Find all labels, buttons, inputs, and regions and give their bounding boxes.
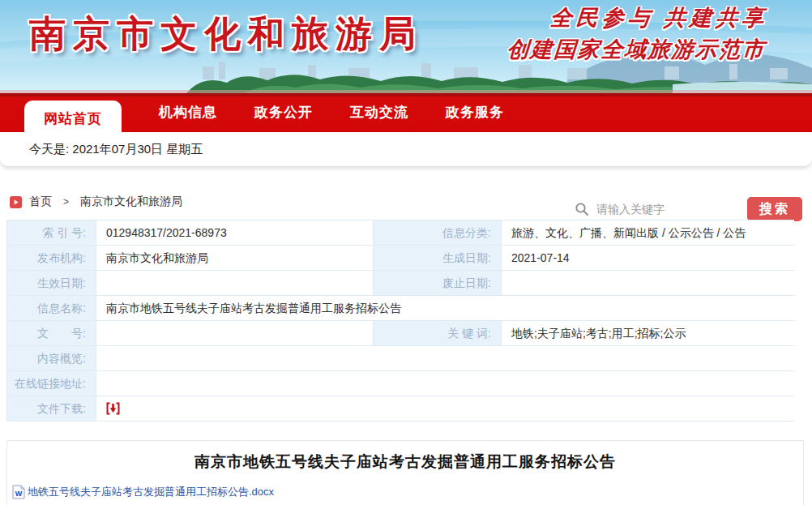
- search-button[interactable]: 搜索: [747, 197, 802, 221]
- nav-tab-gov-services[interactable]: 政务服务: [446, 93, 504, 132]
- document-meta-table: 索 引 号: 012948317/2021-68973 信息分类: 旅游、文化、…: [6, 220, 794, 422]
- article-title: 南京市地铁五号线夫子庙站考古发掘普通用工服务招标公告: [7, 452, 803, 473]
- nav-tab-interaction[interactable]: 互动交流: [350, 93, 408, 132]
- file-download-cell: [96, 396, 794, 421]
- slogan-line-1: 全民参与 共建共享: [508, 3, 769, 32]
- breadcrumb-current: 南京市文化和旅游局: [80, 195, 182, 209]
- word-doc-icon: W: [12, 485, 25, 499]
- content-overview-value: [96, 345, 794, 370]
- article-container: 南京市地铁五号线夫子庙站考古发掘普通用工服务招标公告 W 地铁五号线夫子庙站考古…: [6, 440, 804, 505]
- breadcrumb: 首页 > 南京市文化和旅游局: [10, 195, 182, 209]
- attachment-link[interactable]: W 地铁五号线夫子庙站考古发掘普通用工招标公告.docx: [12, 485, 274, 499]
- effective-date-label: 生效日期:: [6, 270, 96, 295]
- file-download-label: 文件下载:: [6, 396, 96, 421]
- search-input[interactable]: [566, 197, 742, 221]
- index-number-label: 索 引 号:: [6, 220, 96, 245]
- nav-tab-org-info[interactable]: 机构信息: [159, 93, 217, 132]
- breadcrumb-home-link[interactable]: 首页: [29, 195, 52, 209]
- site-title: 南京市文化和旅游局: [29, 10, 423, 58]
- search-icon: [575, 202, 589, 216]
- info-category-value: 旅游、文化、广播、新闻出版 / 公示公告 / 公告: [501, 220, 794, 245]
- download-icon[interactable]: [106, 402, 120, 415]
- slogan-line-2: 创建国家全域旅游示范市: [506, 35, 767, 64]
- doc-number-label: 文 号:: [6, 320, 96, 345]
- main-nav: 网站首页 机构信息 政务公开 互动交流 政务服务 搜索: [0, 93, 812, 132]
- created-date-value: 2021-07-14: [501, 245, 794, 270]
- date-bar: 今天是: 2021年07月30日 星期五: [0, 132, 812, 166]
- banner-slogan: 全民参与 共建共享 创建国家全域旅游示范市: [506, 3, 768, 64]
- current-date-text: 今天是: 2021年07月30日 星期五: [29, 142, 203, 157]
- site-banner: 南京市文化和旅游局 全民参与 共建共享 创建国家全域旅游示范市: [0, 0, 812, 93]
- content-overview-label: 内容概览:: [6, 345, 96, 370]
- home-marker-icon: [10, 196, 22, 208]
- info-name-value: 南京市地铁五号线夫子庙站考古发掘普通用工服务招标公告: [96, 295, 794, 320]
- svg-text:W: W: [15, 490, 23, 498]
- publisher-value: 南京市文化和旅游局: [96, 245, 373, 270]
- effective-date-value: [96, 270, 373, 295]
- online-link-label: 在线链接地址:: [6, 370, 96, 396]
- nav-tab-gov-disclosure[interactable]: 政务公开: [254, 93, 313, 132]
- search-bar: 搜索: [566, 197, 802, 221]
- index-number-value: 012948317/2021-68973: [96, 220, 373, 245]
- attachment-filename[interactable]: 地铁五号线夫子庙站考古发掘普通用工招标公告.docx: [28, 485, 274, 499]
- nav-items: 网站首页 机构信息 政务公开 互动交流 政务服务: [0, 93, 812, 132]
- doc-number-value: [96, 320, 373, 345]
- keywords-value: 地铁;夫子庙站;考古;用工;招标;公示: [501, 320, 794, 345]
- info-name-label: 信息名称:: [6, 295, 96, 320]
- abolish-date-label: 废止日期:: [373, 270, 501, 295]
- info-category-label: 信息分类:: [373, 220, 501, 245]
- created-date-label: 生成日期:: [373, 245, 501, 270]
- breadcrumb-separator: >: [63, 196, 69, 208]
- abolish-date-value: [501, 270, 794, 295]
- online-link-value: [96, 370, 794, 396]
- keywords-label: 关 键 词:: [373, 320, 501, 345]
- publisher-label: 发布机构:: [6, 245, 96, 270]
